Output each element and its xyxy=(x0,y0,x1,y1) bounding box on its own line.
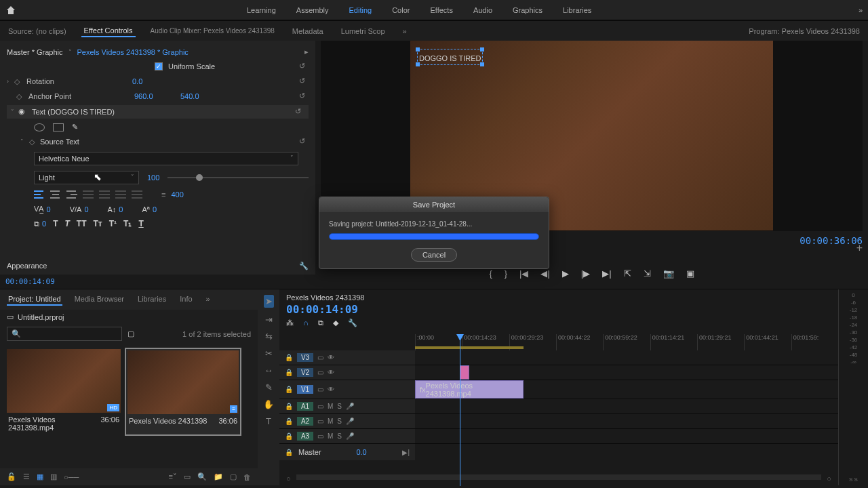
superscript-button[interactable]: T¹ xyxy=(109,219,117,228)
target-icon[interactable]: ▭ xyxy=(317,418,323,425)
workspace-assembly[interactable]: Assembly xyxy=(296,6,329,14)
font-weight-select[interactable]: Light˅ xyxy=(34,171,139,184)
scroll-right-icon[interactable]: ○ xyxy=(827,474,831,483)
reset-icon[interactable]: ↺ xyxy=(299,62,309,71)
expand-icon[interactable]: ˅ xyxy=(11,108,14,115)
mute-button[interactable]: M xyxy=(328,432,333,440)
tab-project[interactable]: Project: Untitled xyxy=(7,293,62,306)
type-tool-icon[interactable]: T xyxy=(266,416,271,426)
cancel-button[interactable]: Cancel xyxy=(411,248,457,262)
reset-icon[interactable]: ↺ xyxy=(295,107,304,117)
eye-icon[interactable]: 👁 xyxy=(328,386,334,393)
justify-right-icon[interactable] xyxy=(115,190,126,199)
play-icon[interactable]: ▸ xyxy=(304,47,309,56)
extract-button[interactable]: ⇲ xyxy=(644,268,651,279)
link-icon[interactable]: ⧉ xyxy=(318,319,323,327)
find-icon[interactable]: 🔍 xyxy=(197,472,207,481)
work-area-bar[interactable] xyxy=(415,346,524,349)
tab-effect-controls[interactable]: Effect Controls xyxy=(81,25,136,37)
eye-icon[interactable]: 👁 xyxy=(328,369,334,376)
justify-full-icon[interactable] xyxy=(132,190,142,199)
lock-icon[interactable]: 🔒 xyxy=(285,418,293,425)
lock-icon[interactable]: 🔒 xyxy=(285,403,293,410)
bold-button[interactable]: T xyxy=(53,219,58,228)
hand-tool-icon[interactable]: ✋ xyxy=(263,399,274,409)
align-right-icon[interactable] xyxy=(66,190,77,199)
timeline-scrollbar[interactable] xyxy=(296,474,822,480)
new-bin-button[interactable]: 📁 xyxy=(214,472,223,481)
video-clip[interactable]: fx Pexels Videos 2431398.mp4 xyxy=(415,380,524,399)
freeform-view-icon[interactable]: ▥ xyxy=(50,472,57,481)
font-family-select[interactable]: Helvetica Neue˅ xyxy=(34,152,298,165)
zoom-slider[interactable]: ○── xyxy=(64,473,79,481)
graphic-clip[interactable] xyxy=(460,365,469,380)
overflow-icon[interactable]: » xyxy=(859,6,863,14)
export-frame-button[interactable]: 📷 xyxy=(663,268,674,279)
kerning-control[interactable]: V/A0 xyxy=(70,205,89,214)
workspace-graphics[interactable]: Graphics xyxy=(513,6,542,14)
italic-button[interactable]: T xyxy=(64,219,69,228)
track-label[interactable]: A1 xyxy=(297,402,313,411)
tsume-control[interactable]: Aª0 xyxy=(142,205,157,214)
justify-center-icon[interactable] xyxy=(99,190,110,199)
lock-icon[interactable]: 🔒 xyxy=(285,354,293,361)
track-select-tool-icon[interactable]: ⇥ xyxy=(265,314,273,325)
ripple-tool-icon[interactable]: ⇆ xyxy=(265,331,273,342)
razor-tool-icon[interactable]: ✂ xyxy=(265,348,273,359)
mark-out-button[interactable]: } xyxy=(505,268,507,279)
tab-source[interactable]: Source: (no clips) xyxy=(5,26,69,37)
reset-icon[interactable]: ↺ xyxy=(299,77,309,86)
track-label[interactable]: V2 xyxy=(297,368,313,377)
solo-toggles[interactable]: S S xyxy=(849,476,858,483)
tab-lumetri[interactable]: Lumetri Scop xyxy=(338,26,388,37)
tab-overflow[interactable]: » xyxy=(205,293,212,306)
reset-icon[interactable]: ↺ xyxy=(299,137,309,146)
justify-left-icon[interactable] xyxy=(83,190,94,199)
tab-media-browser[interactable]: Media Browser xyxy=(73,293,125,306)
go-to-out-button[interactable]: ▶| xyxy=(602,268,611,279)
workspace-color[interactable]: Color xyxy=(392,6,410,14)
track-label[interactable]: V3 xyxy=(297,353,313,362)
workspace-learning[interactable]: Learning xyxy=(247,6,276,14)
icon-view-icon[interactable]: ▦ xyxy=(37,472,43,481)
voice-icon[interactable]: 🎤 xyxy=(346,432,354,440)
voice-icon[interactable]: 🎤 xyxy=(346,418,354,425)
track-label[interactable]: A2 xyxy=(297,417,313,426)
settings-icon[interactable]: 🔧 xyxy=(348,319,357,327)
expand-icon[interactable]: ˅ xyxy=(7,138,24,145)
baseline-control[interactable]: A↕0 xyxy=(108,205,123,214)
lock-icon[interactable]: 🔒 xyxy=(285,432,293,440)
workspace-effects[interactable]: Effects xyxy=(430,6,452,14)
trash-icon[interactable]: 🗑 xyxy=(243,473,251,481)
voice-icon[interactable]: 🎤 xyxy=(346,403,354,410)
go-end-icon[interactable]: ▶| xyxy=(402,449,410,456)
selection-tool-icon[interactable]: ➤ xyxy=(264,295,274,308)
pen-mask-icon[interactable]: ✎ xyxy=(72,123,78,131)
text-layer-row[interactable]: ˅ ◉ Text (DOGGO IS TIRED) ↺ xyxy=(7,105,309,119)
chevron-down-icon[interactable]: ˅ xyxy=(68,49,72,56)
rotation-value[interactable]: 0.0 xyxy=(132,77,173,85)
master-value[interactable]: 0.0 xyxy=(356,448,397,456)
track-label[interactable]: V1 xyxy=(297,385,313,394)
comparison-button[interactable]: ▣ xyxy=(686,268,694,279)
workspace-audio[interactable]: Audio xyxy=(473,6,492,14)
target-icon[interactable]: ▭ xyxy=(317,403,323,410)
allcaps-button[interactable]: TT xyxy=(77,219,87,228)
add-button[interactable]: + xyxy=(856,242,863,254)
auto-seq-icon[interactable]: ▭ xyxy=(184,472,191,481)
font-size-slider[interactable] xyxy=(167,177,309,178)
slip-tool-icon[interactable]: ↔ xyxy=(264,365,273,375)
tab-overflow[interactable]: » xyxy=(400,26,410,37)
subscript-button[interactable]: T₁ xyxy=(123,219,132,228)
sort-icon[interactable]: ≡˅ xyxy=(169,472,177,481)
underline-button[interactable]: T xyxy=(138,219,143,228)
text-overlay-selected[interactable]: DOGGO IS TIRED xyxy=(417,49,483,65)
timeline-ruler[interactable]: :00:00 00:00:14:23 00:00:29:23 00:00:44:… xyxy=(279,334,838,350)
tracking-control[interactable]: VA̲0 xyxy=(34,205,51,214)
mute-button[interactable]: M xyxy=(328,418,333,425)
target-icon[interactable]: ▭ xyxy=(317,369,323,376)
eye-icon[interactable]: 👁 xyxy=(328,354,334,361)
snap-icon[interactable]: ⁂ xyxy=(286,319,294,327)
solo-button[interactable]: S xyxy=(337,418,342,425)
bin-item[interactable]: HD Pexels Videos 2431398.mp436:06 xyxy=(7,349,121,434)
